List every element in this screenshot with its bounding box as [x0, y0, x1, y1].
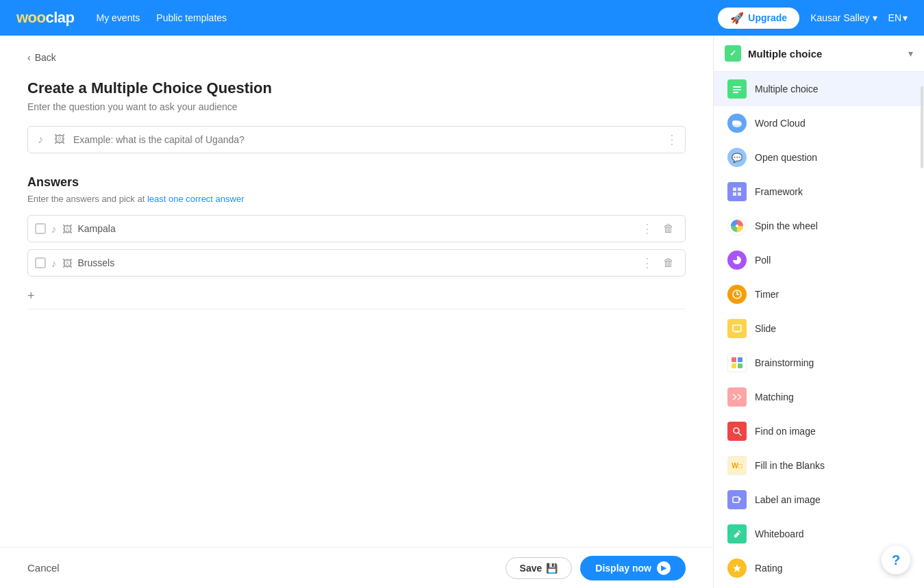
svg-rect-21: [738, 363, 742, 368]
menu-item-brainstorming[interactable]: Brainstorming: [714, 346, 924, 380]
svg-point-5: [737, 122, 741, 125]
answer-row: ♪ 🖼 ⋮ 🗑: [27, 215, 686, 242]
open-question-label: Open question: [755, 152, 817, 163]
find-on-image-icon: [727, 422, 747, 441]
answer-input-2[interactable]: [78, 257, 636, 268]
menu-item-word-cloud[interactable]: Word Cloud: [714, 106, 924, 140]
svg-line-31: [738, 531, 740, 533]
content-area: ‹ Back Create a Multiple Choice Question…: [0, 36, 713, 588]
question-type-dropdown[interactable]: ✓ Multiple choice ▾: [714, 36, 924, 72]
slide-label: Slide: [755, 323, 776, 334]
question-input-box: ♪ 🖼 ⋮: [27, 126, 686, 153]
upgrade-button[interactable]: 🚀 Upgrade: [718, 8, 799, 29]
menu-item-slide[interactable]: Slide: [714, 311, 924, 346]
top-header: wooclap My events Public templates 🚀 Upg…: [0, 0, 924, 36]
answer-input-1[interactable]: [78, 223, 636, 234]
help-button[interactable]: ?: [882, 546, 910, 574]
answers-section-title: Answers: [27, 175, 686, 190]
question-type-menu: Multiple choice Word Cloud 💬 Open questi…: [714, 72, 924, 588]
menu-item-poll[interactable]: Poll: [714, 243, 924, 277]
page-subtitle: Enter the question you want to ask your …: [27, 101, 686, 112]
svg-rect-9: [738, 192, 741, 196]
svg-marker-32: [733, 564, 741, 572]
plus-icon: +: [27, 289, 35, 303]
lang-menu[interactable]: EN ▾: [888, 12, 908, 23]
header-right: 🚀 Upgrade Kausar Salley ▾ EN ▾: [718, 8, 908, 29]
svg-line-24: [738, 394, 741, 397]
drag-handle-icon: ⋮: [641, 255, 653, 270]
delete-answer-2-button[interactable]: 🗑: [659, 255, 678, 270]
poll-icon: [727, 251, 747, 270]
svg-line-27: [738, 433, 741, 435]
music-icon[interactable]: ♪: [51, 257, 57, 269]
nav-public-templates[interactable]: Public templates: [156, 12, 227, 23]
svg-rect-8: [733, 192, 736, 196]
spin-wheel-label: Spin the wheel: [755, 220, 818, 231]
user-menu[interactable]: Kausar Salley ▾: [810, 12, 877, 23]
image-icon[interactable]: 🖼: [62, 223, 73, 235]
svg-line-23: [733, 397, 736, 400]
music-icon[interactable]: ♪: [35, 132, 46, 147]
selected-type-label: Multiple choice: [748, 48, 901, 60]
menu-item-framework[interactable]: Framework: [714, 175, 924, 209]
label-image-label: Label an image: [755, 494, 821, 505]
answer-checkbox-2[interactable]: [35, 257, 46, 268]
timer-icon: [727, 285, 747, 304]
svg-rect-7: [738, 188, 741, 191]
menu-item-multiple-choice[interactable]: Multiple choice: [714, 72, 924, 106]
matching-icon: [727, 387, 747, 407]
menu-item-audio-video[interactable]: Audio / Video: [714, 585, 924, 588]
main-nav: My events Public templates: [97, 12, 697, 23]
multiple-choice-icon: [727, 79, 747, 99]
delete-answer-1-button[interactable]: 🗑: [659, 221, 678, 236]
selected-type-icon: ✓: [725, 45, 741, 62]
framework-icon: [727, 182, 747, 201]
fill-blanks-icon: W□: [727, 456, 747, 475]
cancel-button[interactable]: Cancel: [27, 562, 60, 574]
framework-label: Framework: [755, 186, 803, 197]
bottom-right-actions: Save 💾 Display now ▶: [505, 556, 686, 580]
svg-rect-20: [732, 363, 736, 368]
play-icon: ▶: [657, 561, 671, 575]
rating-label: Rating: [755, 563, 782, 574]
svg-rect-15: [733, 325, 741, 331]
drag-handle-icon: ⋮: [666, 132, 678, 147]
menu-item-matching[interactable]: Matching: [714, 380, 924, 414]
svg-rect-28: [733, 497, 739, 502]
menu-item-label-image[interactable]: Label an image: [714, 483, 924, 517]
logo[interactable]: wooclap: [16, 9, 75, 27]
display-now-button[interactable]: Display now ▶: [580, 556, 686, 580]
question-input[interactable]: [73, 134, 660, 145]
menu-item-spin-wheel[interactable]: Spin the wheel: [714, 209, 924, 243]
rocket-icon: 🚀: [730, 12, 744, 25]
save-button[interactable]: Save 💾: [505, 557, 573, 579]
brainstorming-icon: [727, 353, 747, 372]
svg-point-11: [736, 225, 738, 227]
page-title: Create a Multiple Choice Question: [27, 79, 686, 97]
image-icon[interactable]: 🖼: [62, 257, 73, 269]
menu-item-timer[interactable]: Timer: [714, 277, 924, 311]
menu-item-find-on-image[interactable]: Find on image: [714, 414, 924, 448]
matching-label: Matching: [755, 392, 794, 402]
dropdown-scrollbar: [920, 73, 924, 588]
whiteboard-icon: [727, 524, 747, 544]
svg-rect-2: [733, 92, 738, 93]
answer-checkbox-1[interactable]: [35, 223, 46, 234]
menu-item-fill-blanks[interactable]: W□ Fill in the Blanks: [714, 448, 924, 483]
svg-rect-6: [733, 188, 736, 191]
fill-blanks-label: Fill in the Blanks: [755, 460, 825, 471]
save-icon: 💾: [546, 563, 558, 574]
back-link[interactable]: ‹ Back: [27, 52, 686, 63]
music-icon[interactable]: ♪: [51, 223, 57, 235]
menu-item-open-question[interactable]: 💬 Open question: [714, 140, 924, 175]
answers-section-subtitle: Enter the answers and pick at least one …: [27, 194, 686, 204]
chevron-down-icon: ▾: [903, 12, 908, 23]
svg-rect-1: [733, 89, 741, 90]
svg-line-22: [733, 394, 736, 397]
chevron-down-icon: ▾: [873, 12, 877, 23]
image-icon[interactable]: 🖼: [51, 132, 68, 147]
nav-my-events[interactable]: My events: [97, 12, 140, 23]
add-answer-button[interactable]: +: [27, 283, 686, 309]
slide-icon: [727, 319, 747, 338]
svg-rect-0: [733, 86, 741, 88]
